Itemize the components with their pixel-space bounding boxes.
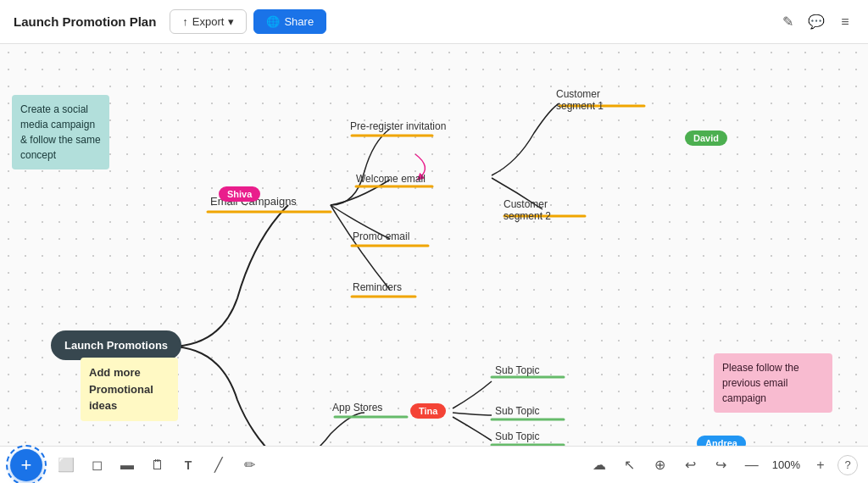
sticky-tool[interactable]: 🗒	[144, 452, 171, 479]
settings-icon[interactable]: ≡	[836, 13, 854, 31]
sticky-pink[interactable]: Please follow the previous email campaig…	[714, 353, 832, 413]
text-tool[interactable]: T	[175, 452, 202, 479]
shape-tool[interactable]: ◻	[83, 452, 110, 479]
share-button[interactable]: 🌐 Share	[253, 9, 326, 34]
avatar-tina[interactable]: Tina	[410, 403, 446, 419]
customer-segment1-label[interactable]: Customersegment 1	[556, 88, 604, 112]
comment-icon[interactable]: 💬	[807, 13, 826, 31]
page-title: Launch Promotion Plan	[14, 14, 156, 29]
avatar-shiva[interactable]: Shiva	[219, 186, 260, 202]
export-icon: ↑	[182, 15, 188, 28]
zoom-in-button[interactable]: +	[807, 452, 834, 479]
avatar-david[interactable]: David	[685, 130, 727, 146]
customer-segment2-label[interactable]: Customersegment 2	[504, 198, 551, 222]
cursor-icon[interactable]: ↖	[616, 452, 643, 479]
edit-icon[interactable]: ✎	[778, 13, 797, 31]
undo-button[interactable]: ↩	[677, 452, 704, 479]
export-button[interactable]: ↑ Export ▾	[170, 9, 247, 34]
pencil-tool[interactable]: ✏	[236, 452, 263, 479]
add-button[interactable]: +	[10, 449, 42, 481]
connect-icon[interactable]: ⊕	[647, 452, 674, 479]
sub-topic-3-label[interactable]: Sub Topic	[495, 430, 539, 442]
avatar-andrea[interactable]: Andrea	[697, 436, 746, 446]
center-node[interactable]: Launch Promotions	[51, 330, 181, 360]
toolbar-right: ☁ ↖ ⊕ ↩ ↪ — 100% + ?	[586, 452, 858, 479]
sticky-green[interactable]: Create a social media campaign & follow …	[12, 95, 109, 169]
redo-button[interactable]: ↪	[708, 452, 735, 479]
sticky-yellow[interactable]: Add more Promotional ideas	[81, 358, 178, 421]
pre-register-label[interactable]: Pre-register invitation	[350, 120, 446, 132]
help-button[interactable]: ?	[837, 455, 858, 475]
zoom-out-button[interactable]: —	[738, 452, 765, 479]
cloud-icon[interactable]: ☁	[586, 452, 613, 479]
rectangle-tool[interactable]: ⬜	[53, 452, 80, 479]
app-stores-label[interactable]: App Stores	[332, 402, 382, 414]
sub-topic-1-label[interactable]: Sub Topic	[495, 364, 539, 376]
chevron-down-icon: ▾	[228, 15, 234, 28]
welcome-email-label[interactable]: Welcome email	[356, 173, 426, 185]
card-tool[interactable]: ▬	[114, 452, 141, 479]
zoom-level: 100%	[769, 458, 804, 471]
globe-icon: 🌐	[266, 15, 280, 28]
sub-topic-2-label[interactable]: Sub Topic	[495, 405, 539, 417]
header-actions: ✎ 💬 ≡	[778, 13, 854, 31]
canvas[interactable]: Launch Promotions Email Campaigns Pre-re…	[0, 44, 868, 446]
promo-email-label[interactable]: Promo email	[353, 230, 409, 242]
reminders-label[interactable]: Reminders	[353, 281, 402, 293]
header: Launch Promotion Plan ↑ Export ▾ 🌐 Share…	[0, 0, 868, 44]
bottom-toolbar: + ⬜ ◻ ▬ 🗒 T ╱ ✏ ☁ ↖ ⊕ ↩ ↪ — 100% + ?	[0, 446, 868, 483]
line-tool[interactable]: ╱	[205, 452, 232, 479]
